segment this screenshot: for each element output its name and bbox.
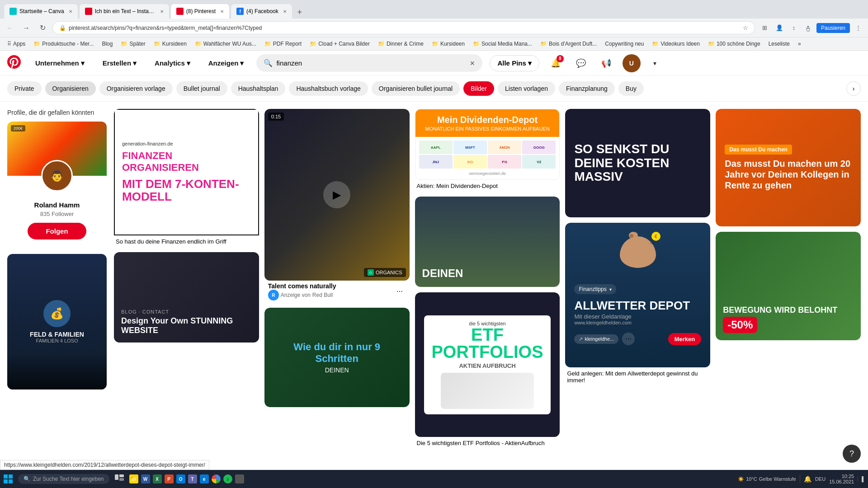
bookmark-more[interactable]: »: [794, 39, 805, 48]
bookmark-schoene[interactable]: 📁 100 schöne Dinge: [704, 39, 764, 48]
messages-button[interactable]: 💬: [572, 54, 590, 72]
organics-logo: O: [368, 269, 374, 276]
pin-9-schritte[interactable]: Wie du dir in nur 9 Schritten DEINEN: [264, 308, 410, 407]
filter-buy[interactable]: Buy: [618, 81, 644, 96]
pin-design-website[interactable]: Blog · Contact Design Your Own STUNNING …: [114, 252, 259, 343]
filter-organisieren-vorlage[interactable]: Organisieren vorlage: [99, 81, 173, 96]
new-tab-button[interactable]: +: [293, 6, 306, 19]
folder-icon-6: 📁: [310, 41, 316, 47]
tab-canva[interactable]: Startseite – Canva ✕: [4, 4, 78, 19]
activity-button[interactable]: 📢: [597, 54, 615, 72]
tab-close-canva[interactable]: ✕: [69, 9, 72, 14]
bookmark-social[interactable]: 📁 Social Media Mana...: [469, 39, 536, 48]
powerpoint-button[interactable]: P: [165, 474, 174, 483]
word-button[interactable]: W: [141, 474, 150, 483]
filter-finanzplanung[interactable]: Finanzplanung: [559, 81, 615, 96]
bookmark-bois[interactable]: 📁 Bois d'Argent Duft...: [537, 39, 600, 48]
pinterest-logo[interactable]: [7, 55, 21, 71]
tray-show-desktop[interactable]: ▐: [858, 476, 864, 482]
more-options-button[interactable]: ⋯: [393, 285, 406, 298]
bookmark-blog[interactable]: Blog: [98, 39, 116, 48]
bookmark-cload[interactable]: 📁 Cload + Canva Bilder: [306, 39, 373, 48]
outlook-button[interactable]: O: [176, 474, 185, 483]
profile-button[interactable]: 👤: [773, 22, 786, 34]
search-input[interactable]: [276, 59, 466, 67]
pin-allwetter-tag-wrapper: Finanztipps ▾: [574, 284, 701, 294]
sync-button[interactable]: ↕: [788, 22, 800, 34]
bookmark-wahlfaecher[interactable]: 📁 Wahlfächer WU Aus...: [191, 39, 260, 48]
filter-listen[interactable]: Listen vorlagen: [498, 81, 555, 96]
pin-video-redbull[interactable]: 0:15 ▶ O ORGANICS Talent comes naturally: [264, 109, 410, 302]
pin-bewegung[interactable]: BEWEGUNG WIRD BELOHNT -50%: [716, 232, 861, 340]
filter-bullet-journal[interactable]: Bullet journal: [176, 81, 227, 96]
nav-analytics[interactable]: Analytics ▾: [149, 56, 196, 71]
pin-video2-bg: DEINEN: [415, 197, 560, 287]
bookmark-copywriting[interactable]: Copywriting neu: [601, 39, 647, 48]
tray-notifications[interactable]: 🔔: [804, 475, 811, 483]
filter-organisieren[interactable]: Organisieren: [45, 81, 96, 96]
tab-pinterest[interactable]: (8) Pinterest ✕: [170, 4, 230, 19]
bookmark-star[interactable]: ☆: [743, 24, 748, 31]
tab-close-pinterest[interactable]: ✕: [220, 9, 224, 14]
tab-close-facebook[interactable]: ✕: [283, 9, 287, 14]
bookmark-pdf[interactable]: 📁 PDF Report: [261, 39, 305, 48]
refresh-button[interactable]: ↻: [36, 22, 49, 34]
pin-video2[interactable]: DEINEN: [415, 197, 560, 287]
translate-button[interactable]: A̲: [802, 22, 815, 34]
task-view-button[interactable]: [115, 474, 124, 483]
pin-rente[interactable]: Das musst Du machen Das musst Du machen …: [716, 109, 861, 226]
tab-close-instagram[interactable]: ✕: [160, 9, 164, 14]
file-explorer-button[interactable]: 📁: [129, 474, 138, 483]
search-taskbar-button[interactable]: 🔍 Zur Suche Text hier eingeben: [18, 474, 109, 484]
notification-bell-button[interactable]: 🔔 8: [547, 54, 565, 72]
tab-instagram[interactable]: Ich bin ein Text – Instagram-Bei... ✕: [79, 4, 170, 19]
allwetter-more-button[interactable]: ⋯: [622, 333, 635, 345]
paused-button[interactable]: Pausieren: [816, 23, 850, 33]
bookmark-dinner[interactable]: 📁 Dinner & Crime: [374, 39, 427, 48]
search-clear-icon[interactable]: ✕: [470, 60, 475, 67]
avatar-button[interactable]: U: [623, 54, 641, 72]
settings-button[interactable]: ⋮: [852, 22, 864, 34]
chrome-button[interactable]: [212, 474, 221, 483]
pin-kosten[interactable]: SO SENKST DU DEINE KOSTEN MASSIV: [565, 109, 710, 217]
start-button[interactable]: [4, 474, 13, 483]
search-bar[interactable]: 🔍 ✕: [256, 54, 482, 72]
nav-anzeigen[interactable]: Anzeigen ▾: [203, 56, 250, 71]
filter-bilder[interactable]: Bilder: [463, 81, 494, 96]
edge-button[interactable]: e: [200, 474, 209, 483]
bookmark-leseliste[interactable]: Leseliste: [765, 39, 793, 48]
bookmark-spaeter[interactable]: 📁 Später: [117, 39, 149, 48]
nav-unternehmen[interactable]: Unternehmen ▾: [30, 56, 90, 71]
bookmark-apps[interactable]: ⠿ Apps: [4, 39, 29, 48]
spotify-button[interactable]: ♪: [223, 474, 232, 483]
bookmark-kursideen[interactable]: 📁 Kursideen: [150, 39, 190, 48]
back-button[interactable]: ←: [4, 22, 16, 34]
excel-button[interactable]: X: [153, 474, 162, 483]
follow-button[interactable]: Folgen: [28, 223, 86, 239]
expand-button[interactable]: ▾: [648, 56, 662, 70]
bookmark-videokurs[interactable]: 📁 Videokurs Ideen: [648, 39, 703, 48]
pin-allwetter[interactable]: € Finanztipps ▾ ALLWETTER DEPOT Mit dies…: [565, 223, 710, 385]
filter-haushaltsplan[interactable]: Haushaltsplan: [231, 81, 286, 96]
pin-dividenden[interactable]: Mein Dividenden-Depot MONATLICH EIN PASS…: [415, 109, 560, 191]
teams-button[interactable]: T: [188, 474, 197, 483]
extensions-button[interactable]: ⊞: [759, 22, 771, 34]
filter-haushaltsbuch[interactable]: Haushaltsbuch vorlage: [289, 81, 368, 96]
address-bar[interactable]: 🔒 pinterest.at/search/pins/?q=finanzen&r…: [52, 21, 755, 34]
pin-etf[interactable]: die 5 wichtigsten ETF PORTFOLIOS AKTIEN …: [415, 292, 560, 448]
forward-button[interactable]: →: [20, 22, 33, 34]
unknown-app-button[interactable]: [235, 474, 244, 483]
nav-erstellen[interactable]: Erstellen ▾: [97, 56, 142, 71]
filter-private[interactable]: Private: [7, 81, 42, 96]
help-button[interactable]: ?: [843, 445, 861, 463]
tab-facebook[interactable]: f (4) Facebook ✕: [231, 4, 292, 19]
filter-bar-next-button[interactable]: ›: [846, 81, 861, 96]
bookmark-kursideen2[interactable]: 📁 Kursideen: [428, 39, 468, 48]
merken-button[interactable]: Merken: [668, 333, 702, 345]
pin-finanzen-organisieren[interactable]: generation-finanzen.de FINANZEN ORGANISI…: [114, 109, 259, 247]
pin-rente-badge: Das musst Du machen: [725, 145, 792, 155]
bookmark-produktsuche[interactable]: 📁 Produktsuche - Mer...: [30, 39, 97, 48]
system-tray: ☀️ 10°C Gelbe Warnstufe 🔔 DEU 10:25 15.0…: [738, 474, 864, 484]
filter-org-bullet[interactable]: Organisieren bullet journal: [372, 81, 460, 96]
alle-pins-dropdown[interactable]: Alle Pins ▾: [490, 55, 539, 71]
